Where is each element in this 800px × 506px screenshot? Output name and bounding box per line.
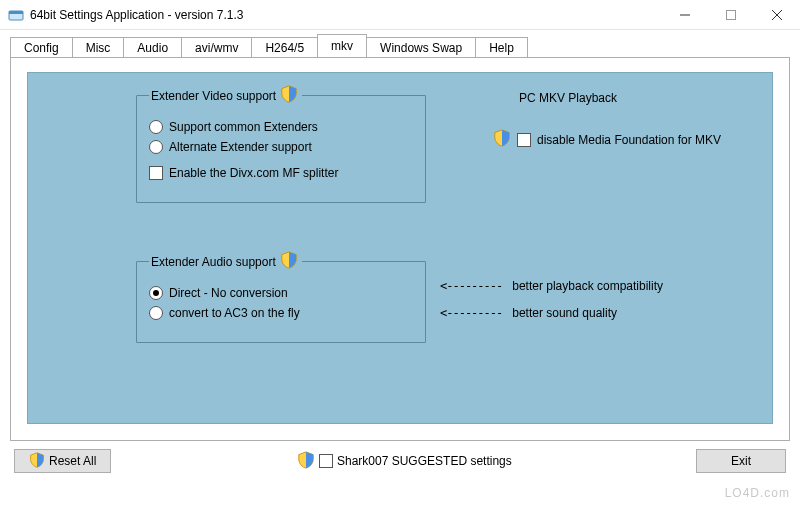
radio-support-common-extenders[interactable]: Support common Extenders — [149, 120, 413, 134]
tab-misc[interactable]: Misc — [72, 37, 125, 58]
tab-body-mkv: Extender Video support Support common Ex… — [10, 57, 790, 441]
checkbox-suggested-settings[interactable]: Shark007 SUGGESTED settings — [297, 451, 512, 472]
radio-direct-no-conversion[interactable]: Direct - No conversion — [149, 286, 413, 300]
tab-strip: ConfigMiscAudioavi/wmvH264/5mkvWindows S… — [10, 34, 790, 58]
close-button[interactable] — [754, 0, 800, 30]
note-text-quality: better sound quality — [512, 306, 617, 320]
window-title: 64bit Settings Application - version 7.1… — [30, 8, 662, 22]
content-panel: Extender Video support Support common Ex… — [27, 72, 773, 424]
note-playback-compat: <--------- better playback compatibility — [440, 279, 663, 293]
footer-bar: Reset All Shark007 SUGGESTED settings Ex… — [10, 441, 790, 475]
tab-help[interactable]: Help — [475, 37, 528, 58]
checkbox-disable-mf[interactable]: disable Media Foundation for MKV — [493, 129, 721, 150]
checkbox-label-disable-mf: disable Media Foundation for MKV — [537, 133, 721, 147]
radio-label-ac3: convert to AC3 on the fly — [169, 306, 300, 320]
titlebar: 64bit Settings Application - version 7.1… — [0, 0, 800, 30]
extender-video-legend-text: Extender Video support — [151, 89, 276, 103]
tab-config[interactable]: Config — [10, 37, 73, 58]
radio-input-ac3[interactable] — [149, 306, 163, 320]
radio-input-common[interactable] — [149, 120, 163, 134]
watermark: LO4D.com — [725, 486, 790, 500]
maximize-button[interactable] — [708, 0, 754, 30]
app-icon — [8, 7, 24, 23]
shield-icon — [280, 85, 298, 106]
checkbox-input-disable-mf[interactable] — [517, 133, 531, 147]
radio-label-alternate: Alternate Extender support — [169, 140, 312, 154]
tab-h264-5[interactable]: H264/5 — [251, 37, 318, 58]
reset-all-button[interactable]: Reset All — [14, 449, 111, 473]
pc-mkv-title: PC MKV Playback — [519, 91, 721, 105]
extender-video-legend: Extender Video support — [149, 85, 302, 106]
radio-input-alternate[interactable] — [149, 140, 163, 154]
arrow-icon: <--------- — [440, 306, 502, 320]
exit-label: Exit — [731, 454, 751, 468]
tab-audio[interactable]: Audio — [123, 37, 182, 58]
checkbox-divx-splitter[interactable]: Enable the Divx.com MF splitter — [149, 166, 413, 180]
shield-icon — [493, 129, 511, 150]
shield-icon — [29, 452, 45, 471]
checkbox-input-divx[interactable] — [149, 166, 163, 180]
svg-rect-1 — [9, 11, 23, 14]
pc-mkv-section: PC MKV Playback disable Media Foundation… — [493, 91, 721, 156]
radio-label-common: Support common Extenders — [169, 120, 318, 134]
checkbox-label-suggested: Shark007 SUGGESTED settings — [337, 454, 512, 468]
note-text-compat: better playback compatibility — [512, 279, 663, 293]
window-controls — [662, 0, 800, 29]
extender-video-group: Extender Video support Support common Ex… — [136, 85, 426, 203]
shield-icon — [297, 451, 315, 472]
radio-input-direct[interactable] — [149, 286, 163, 300]
tab-avi-wmv[interactable]: avi/wmv — [181, 37, 252, 58]
shield-icon — [280, 251, 298, 272]
radio-alternate-extender-support[interactable]: Alternate Extender support — [149, 140, 413, 154]
svg-rect-3 — [727, 11, 736, 20]
extender-audio-legend-text: Extender Audio support — [151, 255, 276, 269]
arrow-icon: <--------- — [440, 279, 502, 293]
radio-label-direct: Direct - No conversion — [169, 286, 288, 300]
tab-mkv[interactable]: mkv — [317, 34, 367, 58]
tab-windows-swap[interactable]: Windows Swap — [366, 37, 476, 58]
reset-all-label: Reset All — [49, 454, 96, 468]
checkbox-label-divx: Enable the Divx.com MF splitter — [169, 166, 338, 180]
note-sound-quality: <--------- better sound quality — [440, 306, 617, 320]
checkbox-input-suggested[interactable] — [319, 454, 333, 468]
radio-convert-ac3[interactable]: convert to AC3 on the fly — [149, 306, 413, 320]
extender-audio-group: Extender Audio support Direct - No conve… — [136, 251, 426, 343]
extender-audio-legend: Extender Audio support — [149, 251, 302, 272]
minimize-button[interactable] — [662, 0, 708, 30]
exit-button[interactable]: Exit — [696, 449, 786, 473]
